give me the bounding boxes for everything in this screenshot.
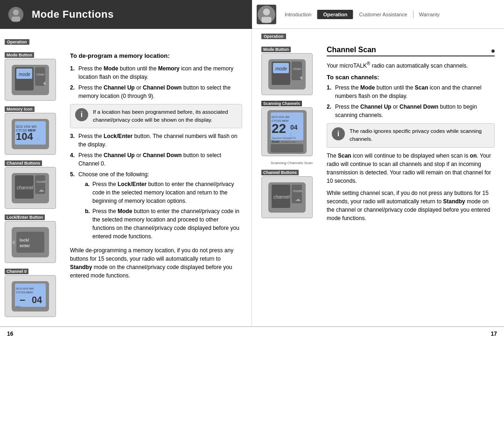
svg-text:mode: mode: [19, 72, 30, 77]
step-4: 4. Press the Channel Up or Channel Down …: [70, 151, 242, 168]
svg-text:lock/: lock/: [20, 238, 29, 242]
right-images-col: Mode Button mode chan: [261, 46, 322, 223]
nav-tabs: Introduction Operation Customer Assistan…: [279, 0, 504, 28]
svg-text:mode: mode: [293, 189, 303, 193]
left-heading: To de-program a memory location:: [70, 51, 242, 61]
mode-button-label: Mode Button: [5, 52, 34, 58]
svg-text:DCS VOX WX: DCS VOX WX: [16, 125, 37, 128]
tab-introduction[interactable]: Introduction: [279, 10, 317, 19]
channel-buttons-block: Channel Buttons channel mode: [5, 159, 65, 209]
lock-enter-img: lock/ enter: [5, 221, 56, 263]
mode-button-img: mode chan: [5, 59, 56, 101]
left-note-text: If a location has been programmed before…: [93, 108, 237, 125]
svg-text::: :: [37, 137, 38, 141]
svg-text:Hi Med Low: Hi Med Low: [281, 140, 296, 143]
channel-buttons-label: Channel Buttons: [5, 160, 42, 166]
page-num-right: 17: [491, 331, 497, 337]
svg-text:chan: chan: [36, 72, 44, 76]
svg-rect-2: [12, 17, 20, 22]
left-images-col: Mode Button mode chan: [5, 51, 65, 322]
footer: 16 17: [0, 326, 504, 340]
svg-text:104: 104: [16, 131, 33, 142]
right-body2: While setting channel scan, if you do no…: [327, 189, 495, 222]
right-content-col: Channel Scan Your microTALK® radio can a…: [327, 46, 495, 222]
right-mode-button-label: Mode Button: [261, 47, 291, 52]
footer-left: 16: [0, 327, 252, 340]
right-body1: The Scan icon will continue to be displa…: [327, 152, 495, 185]
operation-tag-left: Operation: [5, 39, 29, 45]
tab-customer-assistance[interactable]: Customer Assistance: [353, 10, 413, 19]
channel0-img: DCS VOX WX CTCSS MEM – 04 RTX: [5, 275, 56, 317]
svg-text:enter: enter: [20, 243, 30, 248]
scan-channels-heading: To scan channels:: [327, 74, 495, 81]
step-1: 1. Press the Mode button until the Memor…: [70, 64, 242, 81]
svg-text:22: 22: [272, 121, 286, 136]
section-dot: [491, 49, 495, 53]
tab-warranty[interactable]: Warranty: [413, 10, 445, 19]
svg-text:channel: channel: [17, 185, 34, 190]
sub-step-a: a. Press the Lock/Enter button to enter …: [85, 180, 242, 205]
main-content: Operation Mode Button mode: [0, 29, 504, 326]
svg-text:mode: mode: [275, 66, 287, 71]
svg-text:DCS VOX WX: DCS VOX WX: [16, 287, 34, 290]
right-step-1: 1. Press the Mode button until the Scan …: [327, 83, 495, 100]
mode-button-block: Mode Button mode chan: [5, 51, 65, 101]
left-steps-list-2: 3. Press the Lock/Enter button. The chan…: [70, 132, 242, 242]
right-note-box: i The radio ignores specific privacy cod…: [327, 123, 495, 148]
right-mode-button-img: mode chan: [261, 53, 313, 95]
page-title: Mode Functions: [32, 8, 114, 21]
svg-point-1: [13, 9, 19, 15]
step-2: 2. Press the Channel Up or Channel Down …: [70, 83, 242, 100]
svg-text:RTX: RTX: [290, 137, 296, 139]
svg-text:channel: channel: [273, 194, 290, 200]
step-3: 3. Press the Lock/Enter button. The chan…: [70, 132, 242, 149]
memory-icon-label: Memory Icon: [5, 106, 35, 112]
svg-text:chan: chan: [293, 67, 301, 71]
lock-enter-label: Lock/Enter Button: [5, 214, 45, 220]
channel0-block: Channel 0 DCS VOX WX CTCSS MEM – 04 RTX: [5, 268, 65, 317]
right-channel-buttons-img: channel mode: [261, 176, 313, 218]
footer-right: 17: [252, 327, 504, 340]
right-intro: Your microTALK® radio can automatically …: [327, 60, 495, 70]
channel0-label: Channel 0: [5, 269, 28, 274]
right-panel: Operation Mode Button mode: [252, 29, 504, 326]
svg-text:04: 04: [32, 295, 42, 305]
header-icon-right: [257, 5, 276, 24]
svg-text:Scan: Scan: [272, 140, 280, 143]
step-5: 5. Choose one of the following: a. Press…: [70, 170, 242, 242]
scanning-subtitle: Scanning Channels Scan: [261, 161, 322, 165]
scanning-channels-block: Scanning Channels DCS VOX WX CTCSS MEM 2…: [261, 100, 322, 165]
header-right: Introduction Operation Customer Assistan…: [252, 0, 504, 29]
scanning-channels-label: Scanning Channels: [261, 101, 302, 106]
left-closing-text: While de-programming a memory location, …: [70, 246, 242, 280]
tab-operation[interactable]: Operation: [317, 10, 353, 19]
svg-text:04: 04: [290, 124, 298, 131]
svg-rect-55: [271, 144, 303, 152]
scanning-channels-img: DCS VOX WX CTCSS MEM 22 04 : Squelch Ran…: [261, 107, 313, 156]
right-channel-buttons-block: Channel Buttons channel mode: [261, 169, 322, 218]
right-channel-buttons-label: Channel Buttons: [261, 170, 299, 175]
svg-text:mode: mode: [36, 180, 46, 184]
left-content-col: To de-program a memory location: 1. Pres…: [70, 51, 242, 280]
memory-icon-img: DCS VOX WX CTCSS MEM 104 :: [5, 113, 56, 155]
page-num-left: 16: [7, 331, 13, 337]
header-left: Mode Functions: [0, 0, 252, 29]
channel-buttons-img: channel mode: [5, 167, 56, 209]
lock-enter-block: Lock/Enter Button lock/ enter: [5, 214, 65, 263]
svg-text:DCS VOX WX: DCS VOX WX: [272, 116, 289, 118]
header-icon-left: [5, 3, 27, 26]
note-icon-right: i: [332, 127, 345, 140]
operation-tag-right: Operation: [261, 34, 286, 39]
left-note-box: i If a location has been programmed befo…: [70, 104, 242, 129]
sub-steps: a. Press the Lock/Enter button to enter …: [78, 180, 242, 241]
left-panel: Operation Mode Button mode: [0, 29, 252, 326]
memory-icon-block: Memory Icon DCS VOX WX CTCSS MEM 104 :: [5, 105, 65, 155]
svg-point-4: [263, 8, 270, 15]
svg-rect-5: [262, 17, 272, 23]
svg-text:Squelch Range: Squelch Range: [272, 137, 291, 139]
sub-step-b: b. Press the Mode button to enter the ch…: [85, 207, 242, 241]
right-note-text: The radio ignores specific privacy codes…: [350, 127, 490, 144]
left-steps-list: 1. Press the Mode button until the Memor…: [70, 64, 242, 100]
header-bar: Mode Functions Introduction Operation Cu…: [0, 0, 504, 29]
note-icon-left: i: [75, 108, 88, 121]
